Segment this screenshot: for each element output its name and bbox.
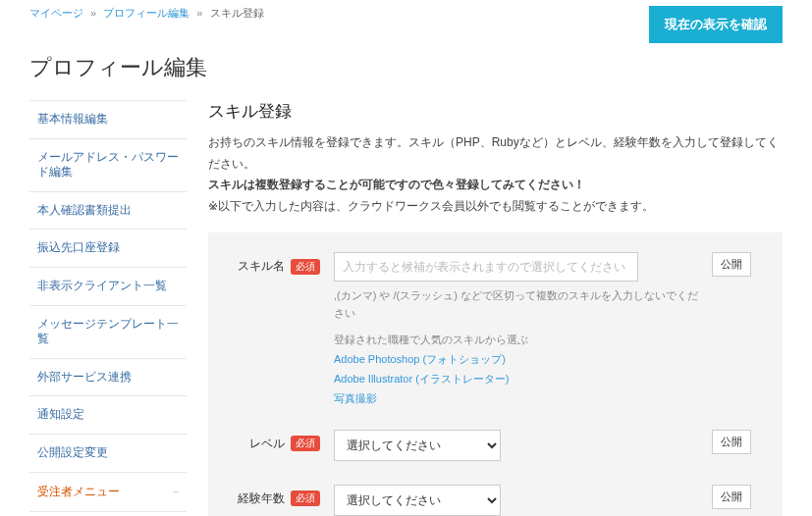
sidebar-item-hidden-clients[interactable]: 非表示クライアント一覧 xyxy=(29,268,187,306)
breadcrumb-link-0[interactable]: マイページ xyxy=(29,7,83,19)
years-publish-button[interactable]: 公開 xyxy=(712,485,751,509)
breadcrumb: マイページ » プロフィール編集 » スキル登録 xyxy=(29,6,264,21)
popular-skills-header: 登録された職種で人気のスキルから選ぶ xyxy=(334,333,698,347)
confirm-display-button[interactable]: 現在の表示を確認 xyxy=(649,6,783,43)
skill-label: スキル名 xyxy=(238,259,285,273)
sidebar-item-identity[interactable]: 本人確認書類提出 xyxy=(29,192,187,231)
sidebar-item-templates[interactable]: メッセージテンプレート一覧 xyxy=(29,306,187,359)
skill-help: ,(カンマ) や /(スラッシュ) などで区切って複数のスキルを入力しないでくだ… xyxy=(334,287,698,322)
required-badge: 必須 xyxy=(291,436,320,451)
popular-skill-link-0[interactable]: Adobe Photoshop (フォトショップ) xyxy=(334,352,698,367)
skill-publish-button[interactable]: 公開 xyxy=(712,252,751,277)
skill-form: スキル名 必須 ,(カンマ) や /(スラッシュ) などで区切って複数のスキルを… xyxy=(208,232,783,516)
sidebar-item-bank[interactable]: 振込先口座登録 xyxy=(29,230,187,268)
popular-skill-link-2[interactable]: 写真撮影 xyxy=(334,391,698,406)
sidebar-sub-worker-info[interactable]: ›ワーカー情報編集 xyxy=(29,512,187,516)
level-publish-button[interactable]: 公開 xyxy=(712,430,751,454)
sidebar-item-basic[interactable]: 基本情報編集 xyxy=(29,101,187,139)
years-label: 経験年数 xyxy=(238,491,285,505)
popular-skill-link-1[interactable]: Adobe Illustrator (イラストレーター) xyxy=(334,372,698,387)
required-badge: 必須 xyxy=(291,490,320,506)
sidebar-item-external[interactable]: 外部サービス連携 xyxy=(29,359,187,397)
required-badge: 必須 xyxy=(291,259,320,275)
years-select[interactable]: 選択してください xyxy=(334,485,501,516)
section-title: スキル登録 xyxy=(208,100,783,123)
level-label: レベル xyxy=(249,437,285,450)
breadcrumb-link-1[interactable]: プロフィール編集 xyxy=(103,7,189,19)
minus-icon: − xyxy=(173,487,179,497)
sidebar: 基本情報編集 メールアドレス・パスワード編集 本人確認書類提出 振込先口座登録 … xyxy=(29,100,187,516)
skill-input[interactable] xyxy=(334,252,638,282)
sidebar-group-orderer[interactable]: 受注者メニュー − xyxy=(29,473,187,512)
level-select[interactable]: 選択してください xyxy=(334,430,501,461)
page-title: プロフィール編集 xyxy=(29,53,783,82)
breadcrumb-current: スキル登録 xyxy=(210,7,264,19)
sidebar-item-email[interactable]: メールアドレス・パスワード編集 xyxy=(29,139,187,192)
sidebar-item-notifications[interactable]: 通知設定 xyxy=(29,396,187,435)
sidebar-item-visibility[interactable]: 公開設定変更 xyxy=(29,435,187,473)
section-description: お持ちのスキル情報を登録できます。スキル（PHP、Rubyなど）とレベル、経験年… xyxy=(208,132,783,217)
